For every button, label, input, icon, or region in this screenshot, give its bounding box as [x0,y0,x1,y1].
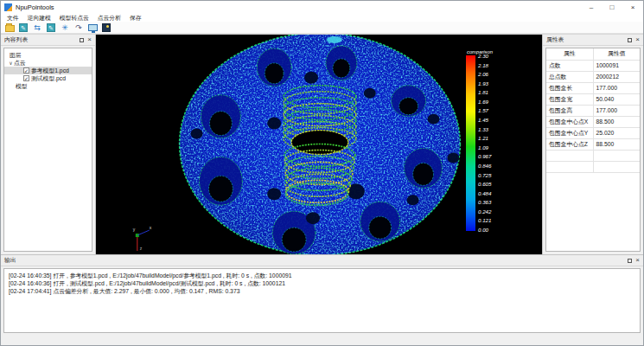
table-row: 总点数2000212 [546,71,640,82]
checkbox-reference-model[interactable] [23,67,29,74]
title-bar: NpuPointools – □ × [1,1,643,14]
status-bar [1,335,643,346]
panel-close-icon[interactable]: × [635,36,640,43]
table-row-empty [546,161,640,172]
point-render-icon[interactable]: ✳ [60,22,70,33]
edit-cloud-icon[interactable]: ✎ [46,22,56,33]
column-value: 属性值 [593,48,640,60]
color-scale-labels: 2.302.18 2.061.93 1.811.69 1.571.45 1.33… [478,53,491,233]
column-property: 属性 [546,48,593,60]
rotate-view-icon[interactable]: ↷ [73,22,84,33]
color-scale-gradient [466,55,475,231]
log-line: [02-24 17:04:41] 点云偏差分析 , 最大值: 2.297 , 最… [9,287,635,295]
axis-label-x: x [150,225,152,230]
sync-models-icon[interactable]: ⇆ [32,22,42,33]
dock-pin-icon[interactable] [628,259,632,263]
property-panel-title: 属性表 [546,35,628,44]
property-panel: 属性表 × 属性 属性值 点数1000091 总点数2000212 包围盒长17… [542,35,643,254]
table-row-empty [546,150,640,161]
axis-label-y: y [133,227,136,232]
menu-model-to-pointcloud[interactable]: 模型转点云 [55,14,93,22]
color-scale-legend: comparison 2.302.18 2.061.93 1.811.69 1.… [466,49,493,233]
table-row: 包围盒宽50.040 [546,93,640,105]
table-row: 包围盒长177.000 [546,82,640,93]
output-panel-header: 输出 × [1,255,643,266]
log-line: [02-24 16:40:35] 打开 , 参考模型1.pcd , E:/12j… [9,272,635,279]
expand-caret-icon[interactable]: ∨ [8,60,14,66]
menu-file[interactable]: 文件 [3,14,23,22]
content-list-header: 内容列表 × [1,35,95,46]
minimize-icon[interactable]: – [581,1,602,14]
table-row: 包围盒中心点Y25.020 [546,127,640,138]
content-list-title: 内容列表 [4,35,80,44]
property-table-header: 属性 属性值 [546,48,640,60]
table-row: 包围盒高177.000 [546,105,640,116]
menu-pointcloud-analysis[interactable]: 点云分析 [93,14,125,22]
edit-model-icon[interactable]: ✎ [18,22,29,33]
screen-capture-icon[interactable] [87,22,98,33]
maximize-icon[interactable]: □ [602,1,622,14]
property-table: 属性 属性值 点数1000091 总点数2000212 包围盒长177.000 … [545,48,641,252]
window-controls: – □ × [581,1,643,14]
checkbox-test-model[interactable] [23,75,29,81]
window-title: NpuPointools [16,3,54,11]
table-row: 包围盒中心点Z88.500 [546,138,640,150]
output-panel-title: 输出 [4,256,628,265]
menu-save[interactable]: 保存 [125,14,146,22]
output-panel: 输出 × [02-24 16:40:35] 打开 , 参考模型1.pcd , E… [1,254,643,335]
content-list-panel: 内容列表 × 图层 ∨ 点云 参考模型1.p [1,35,96,254]
table-row: 包围盒中心点X88.500 [546,116,640,127]
close-icon[interactable]: × [622,1,643,14]
log-output[interactable]: [02-24 16:40:35] 打开 , 参考模型1.pcd , E:/12j… [3,268,641,333]
dock-pin-icon[interactable] [80,38,84,42]
menu-reverse-modeling[interactable]: 逆向建模 [23,14,55,22]
app-icon [4,3,12,11]
table-row: 点数1000091 [546,60,640,71]
main-area: 内容列表 × 图层 ∨ 点云 参考模型1.p [1,34,643,254]
app-window: NpuPointools – □ × 文件 逆向建模 模型转点云 点云分析 保存… [0,0,644,346]
layer-tree: 图层 ∨ 点云 参考模型1.pcd 测试模型.pcd [3,48,92,252]
open-file-icon[interactable] [4,22,15,33]
viewport-3d[interactable]: y x z comparison 2.302.18 2.061.93 1.811… [96,35,542,254]
menu-bar: 文件 逆向建模 模型转点云 点云分析 保存 [1,14,643,22]
view-settings-icon[interactable] [101,22,112,33]
tree-group-model[interactable]: 模型 [4,82,92,90]
log-line: [02-24 16:40:36] 打开 , 测试模型.pcd , E:/12jo… [9,279,635,287]
property-panel-header: 属性表 × [543,35,643,46]
toolbar: ✎ ⇆ ✎ ✳ ↷ [1,22,643,34]
panel-close-icon[interactable]: × [635,257,640,264]
dock-pin-icon[interactable] [628,38,632,42]
panel-close-icon[interactable]: × [87,36,92,43]
axis-label-z: z [140,246,143,251]
axis-triad: y x z [133,225,152,251]
